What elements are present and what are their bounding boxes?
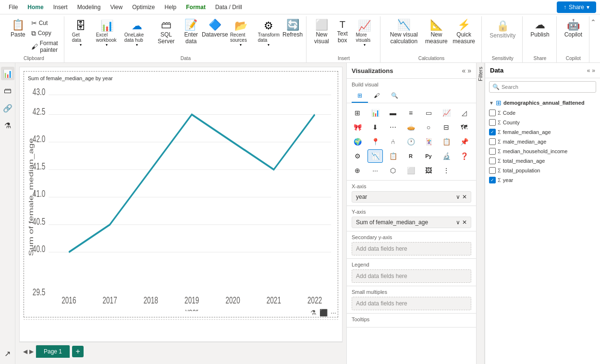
- data-panel-collapse-icon[interactable]: «: [587, 67, 590, 74]
- tree-table-header[interactable]: ▼ ⊞ demographics_annual_flattened: [485, 97, 600, 108]
- x-axis-down-icon[interactable]: ∨: [456, 194, 460, 200]
- field-median-household-income[interactable]: Σ median_household_income: [485, 146, 600, 156]
- viz-table-icon[interactable]: ⊞: [350, 106, 365, 120]
- viz-tab-format[interactable]: 🖌: [368, 89, 385, 103]
- viz-kpi-icon[interactable]: 📌: [456, 135, 472, 148]
- sidebar-arrow-icon[interactable]: ↗: [1, 347, 14, 360]
- data-search-input[interactable]: [502, 84, 593, 90]
- sidebar-dax-icon[interactable]: ⚗: [1, 119, 14, 132]
- viz-card-icon[interactable]: 🃏: [421, 135, 436, 148]
- share-button[interactable]: ↑ Share ▾: [557, 1, 596, 13]
- viz-treemap-icon[interactable]: ⊟: [439, 121, 454, 134]
- recent-sources-button[interactable]: 📂 Recent sources ▾: [227, 18, 255, 49]
- menu-view[interactable]: View: [105, 2, 127, 12]
- menu-optimize[interactable]: Optimize: [127, 2, 159, 12]
- viz-funnel-icon[interactable]: ⑃: [385, 135, 401, 148]
- menu-format[interactable]: Format: [181, 2, 210, 12]
- copilot-button[interactable]: 🤖 Copilot: [562, 18, 585, 39]
- cut-button[interactable]: ✂ Cut: [29, 18, 60, 28]
- viz-map-icon[interactable]: 🗺: [456, 121, 472, 134]
- field-code[interactable]: Σ Code: [485, 108, 600, 118]
- viz-waterfall-icon[interactable]: ⬇: [367, 121, 383, 134]
- sql-button[interactable]: 🗃 SQL Server: [154, 18, 179, 46]
- refresh-button[interactable]: 🔄 Refresh: [283, 18, 302, 39]
- viz-py-icon[interactable]: Py: [421, 149, 436, 163]
- viz-area-icon[interactable]: ◿: [456, 106, 472, 120]
- viz-decomp-icon[interactable]: 🔬: [439, 149, 454, 163]
- viz-tab-build[interactable]: ⊞: [352, 89, 368, 103]
- viz-tab-analytics[interactable]: 🔍: [385, 89, 404, 103]
- chart-container[interactable]: Sum of female_median_age by year 43.0 42…: [24, 71, 338, 317]
- text-box-button[interactable]: T Text box: [333, 18, 352, 45]
- new-visual-calc-button[interactable]: 📉 New visual calculation: [385, 18, 423, 46]
- filter-icon[interactable]: ⚗: [310, 309, 317, 316]
- new-visual-button[interactable]: ⬜ New visual: [311, 18, 332, 46]
- field-household-checkbox[interactable]: [489, 148, 496, 155]
- x-axis-value[interactable]: year ∨ ✕: [352, 191, 471, 203]
- viz-r-icon[interactable]: R: [403, 149, 418, 163]
- excel-button[interactable]: 📊 Excel workbook ▾: [93, 18, 121, 49]
- get-data-button[interactable]: 🗄 Get data ▾: [69, 18, 92, 49]
- x-axis-remove-icon[interactable]: ✕: [462, 194, 467, 200]
- copy-button[interactable]: ⧉ Copy: [29, 28, 60, 38]
- viz-scatter-icon[interactable]: ⋯: [385, 121, 401, 134]
- field-year[interactable]: ✓ Σ year: [485, 175, 600, 185]
- field-population-checkbox[interactable]: [489, 167, 496, 174]
- menu-data-drill[interactable]: Data / Drill: [210, 2, 247, 12]
- new-measure-button[interactable]: 📐 New measure: [424, 18, 449, 46]
- viz-extra-icon[interactable]: ⋮: [439, 164, 454, 177]
- viz-line-icon[interactable]: 📈: [439, 106, 454, 120]
- page-nav-prev[interactable]: ◀: [23, 348, 27, 355]
- data-panel-expand-icon[interactable]: »: [592, 67, 595, 74]
- viz-pie-icon[interactable]: 🥧: [403, 121, 418, 134]
- page-1-tab[interactable]: Page 1: [36, 345, 70, 358]
- field-code-checkbox[interactable]: [489, 109, 496, 116]
- field-year-checkbox[interactable]: ✓: [489, 177, 496, 183]
- sidebar-model-icon[interactable]: 🔗: [1, 101, 14, 115]
- add-page-button[interactable]: +: [72, 346, 84, 357]
- field-county[interactable]: Σ County: [485, 118, 600, 127]
- field-male-checkbox[interactable]: [489, 138, 496, 145]
- more-visuals-button[interactable]: 📈 More visuals ▾: [353, 18, 376, 49]
- y-axis-down-icon[interactable]: ∨: [456, 219, 460, 226]
- enter-data-button[interactable]: 📝 Enter data: [180, 18, 203, 46]
- page-nav-next[interactable]: ▶: [29, 348, 34, 355]
- legend-drop[interactable]: Add data fields here: [352, 269, 471, 283]
- viz-image-icon[interactable]: 🖼: [421, 164, 436, 177]
- field-county-checkbox[interactable]: [489, 119, 496, 126]
- sidebar-data-icon[interactable]: 🗃: [1, 84, 14, 97]
- small-multiples-drop[interactable]: Add data fields here: [352, 297, 471, 310]
- field-total-median-age[interactable]: Σ total_median_age: [485, 156, 600, 166]
- y-axis-remove-icon[interactable]: ✕: [462, 219, 467, 226]
- panel-expand-right-icon[interactable]: »: [467, 67, 471, 74]
- viz-smart-icon[interactable]: ⊕: [350, 164, 365, 177]
- filters-panel[interactable]: Filters: [476, 63, 485, 364]
- format-painter-button[interactable]: 🖌 Format painter: [29, 38, 60, 55]
- data-search-box[interactable]: 🔍: [489, 81, 596, 93]
- viz-gauge-icon[interactable]: 🕐: [403, 135, 418, 148]
- viz-bar-icon[interactable]: 📊: [367, 106, 383, 120]
- more-options-icon[interactable]: ···: [331, 309, 336, 316]
- menu-file[interactable]: File: [4, 2, 23, 12]
- viz-more-icon[interactable]: ···: [367, 164, 383, 177]
- field-female-median-age[interactable]: ✓ Σ female_median_age: [485, 127, 600, 137]
- dataverse-button[interactable]: 🔷 Dataverse: [204, 18, 226, 39]
- viz-line-clustered-icon[interactable]: 📉: [367, 149, 383, 163]
- paste-button[interactable]: 📋 Paste: [8, 18, 28, 39]
- canvas[interactable]: Sum of female_median_age by year 43.0 42…: [19, 67, 343, 342]
- secondary-y-drop[interactable]: Add data fields here: [352, 242, 471, 255]
- publish-button[interactable]: ☁ Publish: [527, 18, 552, 39]
- field-total-population[interactable]: Σ total_population: [485, 166, 600, 175]
- viz-filled-map-icon[interactable]: 🌍: [350, 135, 365, 148]
- transform-data-button[interactable]: ⚙ Transform data ▾: [256, 18, 282, 49]
- viz-button-icon[interactable]: ⬜: [403, 164, 418, 177]
- viz-azuremap-icon[interactable]: 📍: [367, 135, 383, 148]
- viz-100pct-bar-icon[interactable]: ▭: [421, 106, 436, 120]
- menu-modeling[interactable]: Modeling: [73, 2, 106, 12]
- y-axis-value[interactable]: Sum of female_median_age ∨ ✕: [352, 217, 471, 228]
- onelake-button[interactable]: ☁ OneLake data hub ▾: [122, 18, 153, 49]
- sidebar-report-icon[interactable]: 📊: [1, 67, 14, 80]
- viz-donut-icon[interactable]: ○: [421, 121, 436, 134]
- focus-icon[interactable]: ⬛: [319, 309, 328, 316]
- menu-help[interactable]: Help: [160, 2, 182, 12]
